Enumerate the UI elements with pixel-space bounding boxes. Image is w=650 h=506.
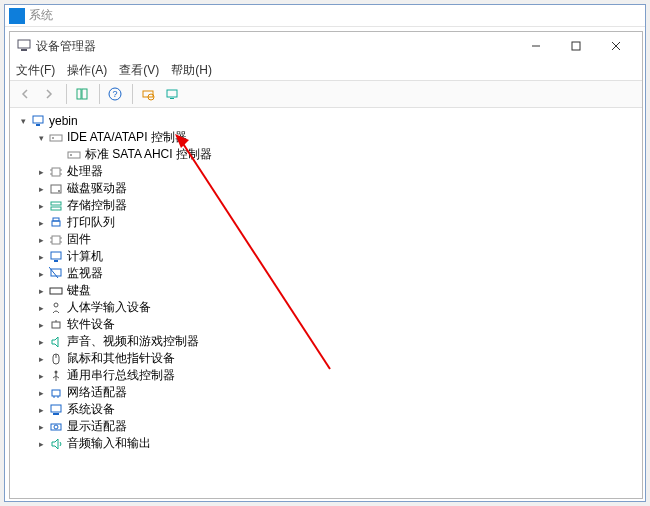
menu-file[interactable]: 文件(F) [16, 62, 55, 79]
tree-item[interactable]: ▸固件 [12, 231, 640, 248]
svg-rect-36 [51, 252, 61, 259]
chevron-right-icon[interactable]: ▸ [34, 437, 48, 451]
tree-item[interactable]: ▸人体学输入设备 [12, 299, 640, 316]
chevron-right-icon[interactable]: ▸ [34, 284, 48, 298]
monitor-icon [48, 249, 64, 265]
svg-rect-13 [170, 98, 174, 99]
chevron-down-icon[interactable]: ▾ [16, 114, 30, 128]
tree-item-label: 软件设备 [67, 316, 115, 333]
menu-view[interactable]: 查看(V) [119, 62, 159, 79]
inner-title-bar[interactable]: 设备管理器 [10, 32, 642, 60]
minimize-button[interactable] [516, 34, 556, 58]
tree-item-label: 键盘 [67, 282, 91, 299]
tree-item[interactable]: ▸存储控制器 [12, 197, 640, 214]
tree-item[interactable]: ▸系统设备 [12, 401, 640, 418]
close-button[interactable] [596, 34, 636, 58]
tree-item-label: 计算机 [67, 248, 103, 265]
chevron-right-icon[interactable]: ▸ [34, 199, 48, 213]
tree-item[interactable]: ▸音频输入和输出 [12, 435, 640, 452]
chevron-right-icon[interactable]: ▸ [34, 216, 48, 230]
chevron-right-icon[interactable]: ▸ [34, 267, 48, 281]
net-icon [48, 385, 64, 401]
printer-icon [48, 215, 64, 231]
tree-item[interactable]: ▸键盘 [12, 282, 640, 299]
tree-item[interactable]: ▸网络适配器 [12, 384, 640, 401]
device-manager-window: 设备管理器 文件(F) 操作(A) 查看(V) 帮助(H) ? [9, 31, 643, 499]
chevron-right-icon[interactable]: ▸ [34, 403, 48, 417]
tree-item[interactable]: ▸通用串行总线控制器 [12, 367, 640, 384]
svg-rect-7 [82, 89, 87, 99]
tree-item[interactable]: ▸磁盘驱动器 [12, 180, 640, 197]
tree-item-label: 人体学输入设备 [67, 299, 151, 316]
menu-action[interactable]: 操作(A) [67, 62, 107, 79]
svg-rect-6 [77, 89, 81, 99]
chevron-right-icon[interactable]: ▸ [34, 335, 48, 349]
show-hide-console-tree-button[interactable] [71, 83, 93, 105]
toolbar-separator [132, 84, 133, 104]
tree-item[interactable]: ▸监视器 [12, 265, 640, 282]
tree-item[interactable]: ▸处理器 [12, 163, 640, 180]
tree-item-label: 打印队列 [67, 214, 115, 231]
chevron-right-icon[interactable]: ▸ [34, 386, 48, 400]
system-window: 系统 设备管理器 文件(F) 操作(A) 查看(V) 帮助(H) [4, 4, 646, 502]
chevron-right-icon[interactable]: ▸ [34, 352, 48, 366]
svg-rect-31 [52, 236, 60, 244]
display-icon [48, 266, 64, 282]
svg-rect-16 [50, 135, 62, 141]
svg-rect-37 [54, 260, 58, 262]
tree-item[interactable]: ▸声音、视频和游戏控制器 [12, 333, 640, 350]
tree-item-label: 标准 SATA AHCI 控制器 [85, 146, 212, 163]
svg-rect-27 [51, 202, 61, 205]
forward-button[interactable] [38, 83, 60, 105]
inner-window-title: 设备管理器 [36, 38, 516, 55]
svg-point-42 [54, 303, 58, 307]
tree-item[interactable]: ▸显示适配器 [12, 418, 640, 435]
svg-rect-15 [36, 124, 40, 126]
outer-title-bar[interactable]: 系统 [5, 5, 645, 27]
tree-item[interactable]: ▸计算机 [12, 248, 640, 265]
tree-item-label: 声音、视频和游戏控制器 [67, 333, 199, 350]
tree-item[interactable]: ▸鼠标和其他指针设备 [12, 350, 640, 367]
tree-item-ide-controllers[interactable]: ▾ IDE ATA/ATAPI 控制器 [12, 129, 640, 146]
expander-spacer [52, 148, 66, 162]
hid-icon [48, 300, 64, 316]
tree-item-label: IDE ATA/ATAPI 控制器 [67, 129, 187, 146]
tree-item-label: 处理器 [67, 163, 103, 180]
chevron-right-icon[interactable]: ▸ [34, 165, 48, 179]
chevron-right-icon[interactable]: ▸ [34, 318, 48, 332]
sys-icon [48, 402, 64, 418]
maximize-button[interactable] [556, 34, 596, 58]
svg-rect-1 [21, 49, 27, 51]
gpu-icon [48, 419, 64, 435]
chevron-right-icon[interactable]: ▸ [34, 250, 48, 264]
device-tree[interactable]: ▾ yebin ▾ IDE ATA/ATAPI 控制器 标准 SATA AHCI… [10, 108, 642, 498]
chevron-right-icon[interactable]: ▸ [34, 301, 48, 315]
scan-hardware-button[interactable] [137, 83, 159, 105]
tree-root-label: yebin [49, 114, 78, 128]
devices-and-printers-button[interactable] [161, 83, 183, 105]
svg-rect-30 [53, 218, 59, 221]
menu-help[interactable]: 帮助(H) [171, 62, 212, 79]
svg-rect-54 [51, 405, 61, 412]
hdd-icon [48, 181, 64, 197]
storage-icon [48, 198, 64, 214]
svg-point-17 [52, 137, 54, 139]
chevron-right-icon[interactable]: ▸ [34, 182, 48, 196]
mouse-icon [48, 351, 64, 367]
tree-root[interactable]: ▾ yebin [12, 112, 640, 129]
svg-rect-0 [18, 40, 30, 48]
chevron-right-icon[interactable]: ▸ [34, 420, 48, 434]
help-button[interactable]: ? [104, 83, 126, 105]
menu-bar: 文件(F) 操作(A) 查看(V) 帮助(H) [10, 60, 642, 80]
tree-item-label: 存储控制器 [67, 197, 127, 214]
ide-controller-icon [48, 130, 64, 146]
tree-item[interactable]: ▸软件设备 [12, 316, 640, 333]
chevron-right-icon[interactable]: ▸ [34, 233, 48, 247]
tree-item-label: 系统设备 [67, 401, 115, 418]
chevron-down-icon[interactable]: ▾ [34, 131, 48, 145]
back-button[interactable] [14, 83, 36, 105]
chevron-right-icon[interactable]: ▸ [34, 369, 48, 383]
tree-item-sata-ahci[interactable]: 标准 SATA AHCI 控制器 [12, 146, 640, 163]
svg-rect-12 [167, 90, 177, 97]
tree-item[interactable]: ▸打印队列 [12, 214, 640, 231]
